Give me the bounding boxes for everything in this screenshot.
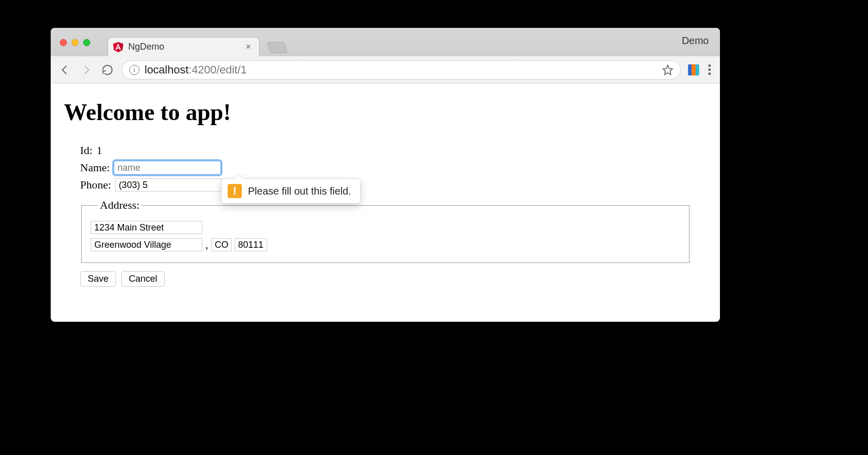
tab-close-icon[interactable]: × [244,42,252,52]
street-input[interactable] [91,221,202,234]
id-label: Id: [80,142,92,159]
city-input[interactable] [91,238,202,251]
phone-input[interactable] [115,178,222,192]
site-info-icon[interactable]: i [129,65,139,75]
window-close-icon[interactable] [60,39,67,46]
url-path: :4200/edit/1 [189,63,247,76]
id-value: 1 [96,142,102,159]
new-tab-button[interactable] [267,42,287,53]
back-icon[interactable] [58,63,72,77]
reload-icon[interactable] [100,63,115,77]
id-row: Id: 1 [80,142,707,159]
lighthouse-extension-icon[interactable] [688,64,699,75]
state-input[interactable] [211,238,232,251]
validation-tooltip: ! Please fill out this field. [221,178,360,204]
browser-toolbar: i localhost:4200/edit/1 [51,56,720,84]
validation-message: Please fill out this field. [248,185,351,197]
city-state-zip-row: , [91,236,680,253]
page-title: Welcome to app! [64,99,707,126]
address-fieldset: Address: , [81,197,690,263]
phone-label: Phone: [80,176,111,194]
warning-icon: ! [228,184,242,198]
screenshot-stage: NgDemo × Demo i localhost:4200/edit/1 [0,0,868,455]
browser-tab[interactable]: NgDemo × [107,37,260,56]
name-label: Name: [80,159,110,176]
name-input[interactable] [114,161,221,174]
street-row [91,221,680,234]
save-button[interactable]: Save [80,271,116,287]
svg-marker-2 [663,65,672,74]
angular-icon [113,42,123,53]
browser-window: NgDemo × Demo i localhost:4200/edit/1 [51,28,720,322]
url-host: localhost [144,63,189,76]
forward-icon[interactable] [79,63,93,77]
tab-strip: NgDemo × Demo [51,28,720,56]
browser-menu-icon[interactable] [706,64,713,75]
address-legend: Address: [98,197,141,214]
name-row: Name: [80,159,707,176]
address-bar[interactable]: i localhost:4200/edit/1 [122,60,681,80]
zip-input[interactable] [235,238,267,251]
bookmark-star-icon[interactable] [662,64,673,75]
window-minimize-icon[interactable] [71,39,79,46]
phone-row: Phone: [80,176,707,194]
city-state-separator: , [205,236,208,253]
form-buttons: Save Cancel [80,271,707,287]
url-text: localhost:4200/edit/1 [144,63,247,77]
page-content: Welcome to app! Id: 1 Name: Phone: Addre… [51,84,720,302]
edit-form: Id: 1 Name: Phone: Address: [80,142,707,263]
tab-title: NgDemo [128,42,244,52]
window-zoom-icon[interactable] [83,39,90,46]
window-controls[interactable] [60,39,90,46]
profile-label[interactable]: Demo [682,35,709,47]
cancel-button[interactable]: Cancel [121,271,165,287]
